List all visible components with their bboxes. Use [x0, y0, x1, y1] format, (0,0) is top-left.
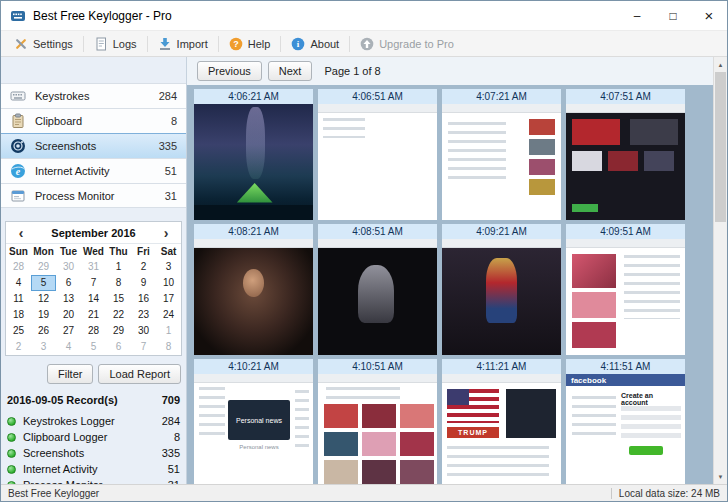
screenshot-thumbnail[interactable]: 4:07:51 AM: [566, 89, 685, 220]
calendar-day[interactable]: 29: [106, 323, 131, 339]
thumbnail-image[interactable]: Personal news Personal news: [194, 374, 313, 484]
calendar-day[interactable]: 31: [81, 259, 106, 275]
calendar-day[interactable]: 22: [106, 307, 131, 323]
calendar-day[interactable]: 10: [156, 275, 181, 291]
calendar-day[interactable]: 2: [6, 339, 31, 355]
calendar-day[interactable]: 29: [31, 259, 56, 275]
status-bar: Best Free Keylogger Local data size: 24 …: [1, 484, 727, 501]
filter-button[interactable]: Filter: [47, 364, 93, 384]
scrollbar-thumb[interactable]: [715, 72, 726, 222]
calendar-day[interactable]: 25: [6, 323, 31, 339]
calendar-day[interactable]: 16: [131, 291, 156, 307]
calendar-day[interactable]: 3: [156, 259, 181, 275]
screenshot-thumbnail[interactable]: 4:06:21 AM: [194, 89, 313, 220]
screenshot-thumbnail[interactable]: 4:10:51 AM: [318, 359, 437, 484]
scroll-down-icon[interactable]: ▼: [714, 469, 727, 484]
help-button[interactable]: ? Help: [222, 34, 278, 54]
calendar-day[interactable]: 14: [81, 291, 106, 307]
close-button[interactable]: ×: [691, 1, 727, 30]
calendar-day[interactable]: 30: [56, 259, 81, 275]
calendar-day[interactable]: 4: [56, 339, 81, 355]
calendar-day[interactable]: 17: [156, 291, 181, 307]
screenshot-thumbnail[interactable]: 4:06:51 AM: [318, 89, 437, 220]
thumbnail-image[interactable]: [194, 239, 313, 355]
thumbnail-image[interactable]: [566, 239, 685, 355]
maximize-button[interactable]: □: [655, 1, 691, 30]
calendar-day[interactable]: 27: [56, 323, 81, 339]
sidebar-item-internet-activity[interactable]: e Internet Activity 51: [1, 158, 186, 183]
screenshot-thumbnail[interactable]: 4:11:21 AM TRUMP: [442, 359, 561, 484]
sidebar-item-clipboard[interactable]: Clipboard 8: [1, 108, 186, 133]
calendar-day[interactable]: 20: [56, 307, 81, 323]
screenshot-thumbnail[interactable]: 4:08:21 AM: [194, 224, 313, 355]
calendar-day-selected[interactable]: 5: [31, 275, 56, 291]
calendar-day[interactable]: 7: [81, 275, 106, 291]
scroll-up-icon[interactable]: ▲: [714, 57, 727, 72]
settings-button[interactable]: Settings: [7, 34, 80, 54]
calendar-day[interactable]: 15: [106, 291, 131, 307]
vertical-scrollbar[interactable]: ▲ ▼: [713, 57, 727, 484]
minimize-button[interactable]: –: [619, 1, 655, 30]
thumbnail-image[interactable]: [566, 104, 685, 220]
calendar-day[interactable]: 28: [6, 259, 31, 275]
calendar-day[interactable]: 21: [81, 307, 106, 323]
next-month-icon[interactable]: ›: [159, 225, 173, 241]
thumb-art: [323, 118, 365, 138]
calendar-day[interactable]: 19: [31, 307, 56, 323]
record-row-process-monitor: Process Monitor 31: [7, 477, 180, 484]
screenshot-thumbnail[interactable]: 4:09:51 AM: [566, 224, 685, 355]
calendar-day[interactable]: 6: [56, 275, 81, 291]
thumbnail-image[interactable]: [194, 104, 313, 220]
screenshot-thumbnail[interactable]: 4:08:51 AM: [318, 224, 437, 355]
calendar-day[interactable]: 30: [131, 323, 156, 339]
calendar-day[interactable]: 24: [156, 307, 181, 323]
thumbnail-image[interactable]: facebook Create an account: [566, 374, 685, 484]
thumbnail-image[interactable]: TRUMP: [442, 374, 561, 484]
calendar-day[interactable]: 8: [156, 339, 181, 355]
screenshot-thumbnail[interactable]: 4:11:51 AM facebook Create an account: [566, 359, 685, 484]
logs-button[interactable]: Logs: [87, 34, 144, 54]
sidebar-item-process-monitor[interactable]: Process Monitor 31: [1, 183, 186, 208]
import-button[interactable]: Import: [151, 34, 215, 54]
status-dot-icon: [7, 433, 16, 442]
sidebar-item-screenshots[interactable]: Screenshots 335: [1, 133, 186, 158]
record-row-internet-activity: Internet Activity 51: [7, 461, 180, 477]
calendar-day[interactable]: 13: [56, 291, 81, 307]
screenshot-thumbnail[interactable]: 4:10:21 AM Personal news Personal news: [194, 359, 313, 484]
thumbnail-image[interactable]: [442, 104, 561, 220]
thumbnail-image[interactable]: [318, 104, 437, 220]
thumbnail-image[interactable]: [442, 239, 561, 355]
calendar-day[interactable]: 18: [6, 307, 31, 323]
calendar-day[interactable]: 1: [156, 323, 181, 339]
calendar-day[interactable]: 23: [131, 307, 156, 323]
calendar-day[interactable]: 4: [6, 275, 31, 291]
calendar-day[interactable]: 8: [106, 275, 131, 291]
next-page-button[interactable]: Next: [268, 61, 313, 81]
screenshot-thumbnail[interactable]: 4:07:21 AM: [442, 89, 561, 220]
calendar-day[interactable]: 12: [31, 291, 56, 307]
calendar-day[interactable]: 5: [81, 339, 106, 355]
upgrade-to-pro-button[interactable]: Upgrade to Pro: [353, 34, 461, 54]
calendar-day[interactable]: 2: [131, 259, 156, 275]
prev-month-icon[interactable]: ‹: [14, 225, 28, 241]
previous-page-button[interactable]: Previous: [197, 61, 262, 81]
calendar-day[interactable]: 7: [131, 339, 156, 355]
calendar-day[interactable]: 6: [106, 339, 131, 355]
load-report-button[interactable]: Load Report: [98, 364, 181, 384]
upgrade-label: Upgrade to Pro: [379, 38, 454, 50]
calendar-day[interactable]: 26: [31, 323, 56, 339]
record-count: 335: [162, 447, 180, 459]
calendar-day[interactable]: 3: [31, 339, 56, 355]
calendar-day[interactable]: 9: [131, 275, 156, 291]
thumbnail-image[interactable]: [318, 239, 437, 355]
sidebar-item-label: Screenshots: [35, 140, 96, 152]
sidebar-item-keystrokes[interactable]: Keystrokes 284: [1, 83, 186, 108]
sidebar-item-count: 335: [159, 140, 177, 152]
calendar-day[interactable]: 28: [81, 323, 106, 339]
calendar-day[interactable]: 1: [106, 259, 131, 275]
scrollbar-track[interactable]: [714, 72, 727, 469]
calendar-day[interactable]: 11: [6, 291, 31, 307]
about-button[interactable]: i About: [284, 34, 346, 54]
thumbnail-image[interactable]: [318, 374, 437, 484]
screenshot-thumbnail[interactable]: 4:09:21 AM: [442, 224, 561, 355]
